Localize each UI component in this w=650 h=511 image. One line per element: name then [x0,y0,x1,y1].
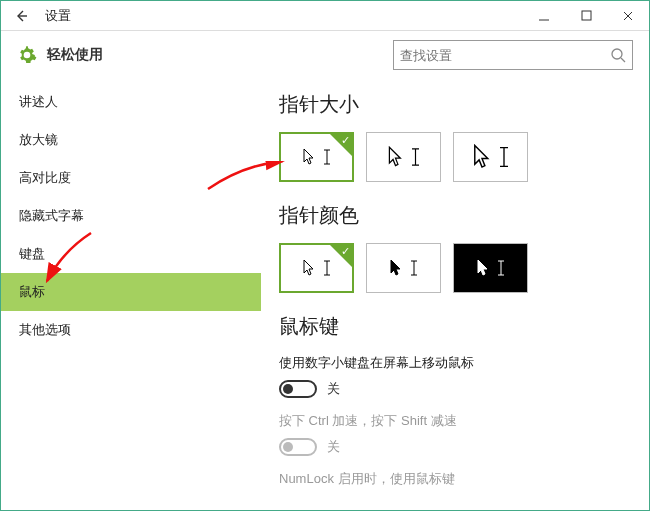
sidebar-item-closed-captions[interactable]: 隐藏式字幕 [1,197,261,235]
settings-window: 设置 轻松使用 讲述人 [0,0,650,511]
sidebar-item-label: 讲述人 [19,93,58,111]
sidebar-item-label: 高对比度 [19,169,71,187]
pointer-size-medium[interactable] [366,132,441,182]
body: 讲述人 放大镜 高对比度 隐藏式字幕 键盘 鼠标 其他选项 指针大小 [1,79,649,510]
cursor-preview [477,259,504,277]
mouse-keys-toggle-1[interactable] [279,380,317,398]
toggle-state: 关 [327,438,340,456]
checkmark-icon [330,245,352,267]
pointer-color-black[interactable] [366,243,441,293]
cursor-preview [388,146,419,168]
sidebar-item-mouse[interactable]: 鼠标 [1,273,261,311]
pointer-size-options [279,132,631,182]
section-title-pointer-size: 指针大小 [279,91,631,118]
back-button[interactable] [7,2,35,30]
titlebar: 设置 [1,1,649,31]
toggle-state: 关 [327,380,340,398]
pointer-color-options [279,243,631,293]
sidebar-item-label: 其他选项 [19,321,71,339]
sidebar-item-narrator[interactable]: 讲述人 [1,83,261,121]
window-controls [523,1,649,31]
sidebar-item-label: 隐藏式字幕 [19,207,84,225]
cursor-preview [473,144,508,170]
svg-rect-0 [582,11,591,20]
maximize-icon [581,10,592,21]
cursor-preview [303,148,330,166]
toggle-knob [283,384,293,394]
close-button[interactable] [607,1,649,31]
pointer-size-small[interactable] [279,132,354,182]
minimize-icon [538,10,550,22]
sidebar: 讲述人 放大镜 高对比度 隐藏式字幕 键盘 鼠标 其他选项 [1,79,261,510]
mouse-keys-option-1-label: 使用数字小键盘在屏幕上移动鼠标 [279,354,631,372]
mouse-keys-toggle-2 [279,438,317,456]
search-icon [610,47,626,63]
arrow-left-icon [14,9,28,23]
window-title: 设置 [45,7,71,25]
sidebar-item-keyboard[interactable]: 键盘 [1,235,261,273]
sidebar-item-label: 鼠标 [19,283,45,301]
pointer-color-inverse[interactable] [453,243,528,293]
minimize-button[interactable] [523,1,565,31]
gear-icon [17,45,37,65]
mouse-keys-option-3-label: NumLock 启用时，使用鼠标键 [279,470,631,488]
cursor-preview [390,259,417,277]
pointer-color-white[interactable] [279,243,354,293]
sidebar-item-high-contrast[interactable]: 高对比度 [1,159,261,197]
checkmark-icon [330,134,352,156]
page-title: 轻松使用 [47,46,103,64]
section-title-pointer-color: 指针颜色 [279,202,631,229]
section-title-mouse-keys: 鼠标键 [279,313,631,340]
mouse-keys-option-2-label: 按下 Ctrl 加速，按下 Shift 减速 [279,412,631,430]
sidebar-item-other-options[interactable]: 其他选项 [1,311,261,349]
content-pane: 指针大小 [261,79,649,510]
sidebar-item-label: 键盘 [19,245,45,263]
mouse-keys-toggle-row-2: 关 [279,438,631,456]
search-input[interactable] [400,48,610,63]
sidebar-item-label: 放大镜 [19,131,58,149]
cursor-preview [303,259,330,277]
mouse-keys-toggle-row-1: 关 [279,380,631,398]
header: 轻松使用 [1,31,649,79]
close-icon [622,10,634,22]
pointer-size-large[interactable] [453,132,528,182]
sidebar-item-magnifier[interactable]: 放大镜 [1,121,261,159]
search-box[interactable] [393,40,633,70]
svg-point-1 [612,49,622,59]
toggle-knob [283,442,293,452]
maximize-button[interactable] [565,1,607,31]
